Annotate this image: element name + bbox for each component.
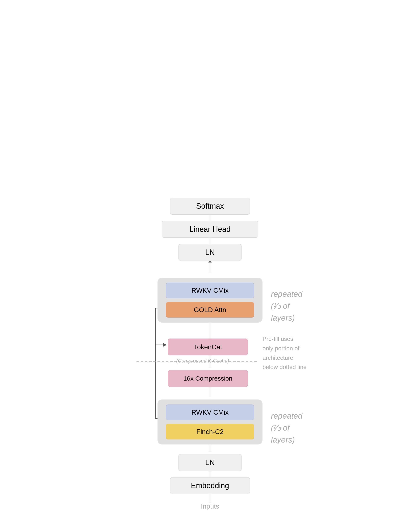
rwkv-cmix-bottom-box: RWKV CMix bbox=[166, 405, 254, 420]
softmax-label: Softmax bbox=[196, 202, 224, 211]
inputs-label: Inputs bbox=[193, 502, 227, 510]
svg-marker-23 bbox=[163, 343, 167, 347]
gold-attn-box: GOLD Attn bbox=[166, 302, 254, 318]
ln-bottom-label: LN bbox=[205, 458, 215, 467]
token-cat-box: TokenCat bbox=[168, 339, 248, 355]
pre-fill-line2: only portion of bbox=[263, 344, 325, 353]
repeat-top-line2: (¹⁄₃ of layers) bbox=[271, 300, 305, 324]
repeat-bottom-label: repeated (²⁄₃ of layers) bbox=[271, 410, 305, 446]
diagram-container: Softmax Linear Head LN RWKV CMix GOLD At… bbox=[115, 13, 305, 517]
top-group-box: RWKV CMix GOLD Attn bbox=[157, 278, 263, 323]
finch-c2-label: Finch-C2 bbox=[196, 428, 224, 436]
pre-fill-line1: Pre-fill uses bbox=[263, 334, 325, 344]
repeat-bottom-line2: (²⁄₃ of layers) bbox=[271, 422, 305, 446]
bottom-group-box: RWKV CMix Finch-C2 bbox=[157, 399, 263, 444]
pre-fill-line3: architecture bbox=[263, 353, 325, 363]
finch-c2-box: Finch-C2 bbox=[166, 424, 254, 440]
softmax-box: Softmax bbox=[170, 198, 250, 215]
token-cat-label: TokenCat bbox=[194, 343, 222, 351]
repeat-top-label: repeated (¹⁄₃ of layers) bbox=[271, 288, 305, 324]
pre-fill-label: Pre-fill uses only portion of architectu… bbox=[263, 334, 325, 372]
compression-16x-box: 16x Compression bbox=[168, 370, 248, 387]
compression-16x-label: 16x Compression bbox=[183, 375, 232, 382]
embedding-label: Embedding bbox=[191, 481, 229, 490]
rwkv-cmix-top-label: RWKV CMix bbox=[191, 287, 228, 294]
rwkv-cmix-top-box: RWKV CMix bbox=[166, 283, 254, 298]
compressed-k-cache-label: (Compressed K-Cache) bbox=[163, 358, 243, 364]
pre-fill-line4: below dotted line bbox=[263, 363, 325, 372]
linear-head-box: Linear Head bbox=[162, 221, 258, 238]
linear-head-label: Linear Head bbox=[189, 225, 231, 234]
repeat-bottom-line1: repeated bbox=[271, 410, 305, 422]
rwkv-cmix-bottom-label: RWKV CMix bbox=[191, 409, 228, 416]
embedding-box: Embedding bbox=[170, 477, 250, 494]
gold-attn-label: GOLD Attn bbox=[194, 306, 226, 314]
ln-top-box: LN bbox=[179, 244, 241, 261]
ln-top-label: LN bbox=[205, 248, 215, 257]
ln-bottom-box: LN bbox=[179, 454, 241, 471]
repeat-top-line1: repeated bbox=[271, 288, 305, 300]
